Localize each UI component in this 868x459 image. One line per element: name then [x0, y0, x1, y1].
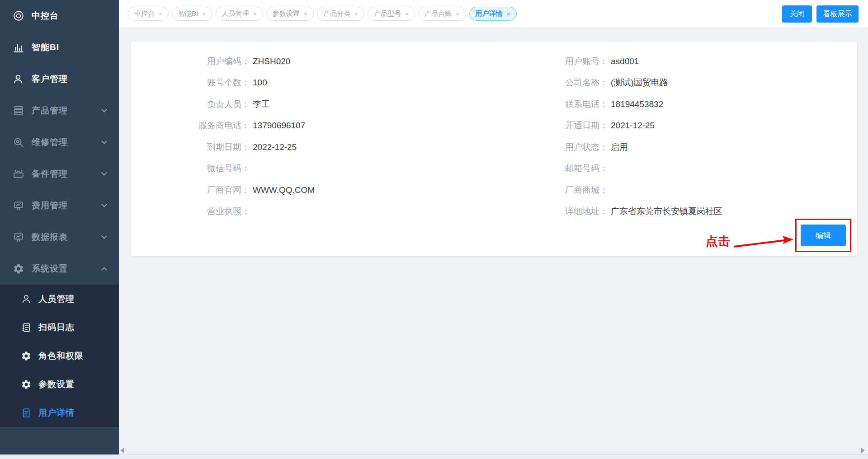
sidebar-item-label: 中控台 — [32, 10, 59, 22]
field-value: 广东省东莞市长安镇夏岗社区 — [611, 206, 722, 217]
product-stack-icon — [13, 105, 24, 117]
field-value: 启用 — [611, 141, 628, 153]
roles-gear-icon — [21, 351, 32, 361]
board-display-button[interactable]: 看板展示 — [816, 5, 859, 23]
person-icon — [21, 294, 32, 304]
field-label: 厂商官网： — [131, 184, 250, 196]
field-row-company-name: 公司名称： (测试)国贸电路 — [494, 72, 857, 94]
field-value: 13790696107 — [253, 121, 305, 131]
sidebar-subitem-scan-log[interactable]: 扫码日志 — [0, 313, 119, 342]
tab-personnel-management[interactable]: 人员管理 × — [216, 7, 263, 21]
close-icon[interactable]: × — [405, 10, 409, 18]
field-value: ZHSH020 — [253, 56, 290, 66]
close-icon[interactable]: × — [159, 10, 162, 18]
field-row-user-code: 用户编码： ZHSH020 — [131, 51, 494, 72]
tab-console[interactable]: 中控台 × — [128, 7, 169, 21]
scan-log-icon — [21, 322, 32, 333]
field-row-open-date: 开通日期： 2021-12-25 — [494, 115, 857, 137]
detail-left-column: 用户编码： ZHSH020 账号个数： 100 负责人员： 李工 服务商电话： … — [131, 51, 494, 222]
sidebar-item-smart-bi[interactable]: 智能BI — [0, 32, 119, 63]
chevron-down-icon — [101, 138, 107, 144]
field-label: 邮箱号码： — [494, 163, 608, 174]
detail-right-column: 用户账号： asd001 公司名称： (测试)国贸电路 联系电话： 181944… — [494, 51, 857, 222]
sidebar-item-label: 数据报表 — [32, 231, 68, 243]
field-row-user-account: 用户账号： asd001 — [494, 51, 857, 72]
sidebar-item-system-settings[interactable]: 系统设置 — [0, 253, 119, 285]
tab-product-category[interactable]: 产品分类 × — [317, 7, 364, 21]
sidebar-item-customer-management[interactable]: 客户管理 — [0, 63, 119, 95]
sidebar-item-spare-parts-management[interactable]: 备件管理 — [0, 158, 119, 190]
close-icon[interactable]: × — [202, 10, 206, 18]
sidebar-item-product-management[interactable]: 产品管理 — [0, 95, 119, 126]
chevron-down-icon — [101, 233, 107, 239]
field-label: 微信号码： — [131, 163, 250, 174]
close-icon[interactable]: × — [304, 10, 307, 18]
field-row-vendor-mall: 厂商商城： — [494, 179, 857, 201]
sidebar-item-console[interactable]: 中控台 — [0, 0, 119, 32]
sidebar-item-label: 智能BI — [32, 42, 59, 53]
field-value: 2022-12-25 — [253, 142, 297, 152]
tab-label: 产品台账 — [425, 9, 452, 18]
params-gear-icon — [21, 379, 32, 390]
sidebar-item-label: 角色和权限 — [38, 350, 84, 362]
field-label: 到期日期： — [131, 141, 250, 153]
red-arrow-annotation — [730, 231, 798, 252]
chevron-down-icon — [101, 201, 107, 207]
report-board-icon — [13, 231, 24, 243]
tab-product-ledger[interactable]: 产品台账 × — [418, 7, 466, 21]
sidebar-item-repair-management[interactable]: 维修管理 — [0, 126, 119, 158]
tab-label: 用户详情 — [476, 9, 503, 18]
sidebar-subitem-parameter-settings[interactable]: 参数设置 — [0, 370, 119, 398]
sidebar-item-label: 备件管理 — [32, 168, 68, 180]
edit-button[interactable]: 编辑 — [801, 225, 846, 246]
sidebar-item-label: 费用管理 — [32, 200, 68, 211]
close-icon[interactable]: × — [456, 10, 459, 18]
field-label: 用户编码： — [131, 56, 250, 67]
tab-parameter-settings[interactable]: 参数设置 × — [266, 7, 314, 21]
bottom-scrollbar-strip[interactable] — [0, 454, 868, 459]
sidebar-subitem-user-detail[interactable]: 用户详情 — [0, 398, 119, 427]
sidebar-subitem-roles-permissions[interactable]: 角色和权限 — [0, 342, 119, 370]
sidebar-item-label: 用户详情 — [38, 407, 75, 419]
field-label: 用户账号： — [494, 56, 608, 67]
field-value: (测试)国贸电路 — [611, 77, 668, 89]
repair-icon — [13, 136, 24, 148]
tab-user-detail[interactable]: 用户详情 × — [469, 7, 517, 21]
tab-label: 人员管理 — [222, 9, 249, 18]
field-value: 李工 — [253, 98, 270, 110]
tab-smart-bi[interactable]: 智能BI × — [172, 7, 212, 21]
field-row-responsible-person: 负责人员： 李工 — [131, 94, 494, 115]
field-label: 服务商电话： — [131, 120, 250, 131]
click-annotation-label: 点击 — [706, 233, 730, 249]
field-row-account-count: 账号个数： 100 — [131, 72, 494, 94]
scroll-left-arrow-icon[interactable] — [120, 448, 124, 453]
field-label: 营业执照： — [131, 206, 250, 217]
sidebar: 中控台 智能BI 客户管理 产品管理 维修管理 备件管理 — [0, 0, 119, 459]
sidebar-item-data-reports[interactable]: 数据报表 — [0, 221, 119, 253]
system-settings-submenu: 人员管理 扫码日志 角色和权限 参数设置 用户详情 — [0, 285, 119, 427]
close-icon[interactable]: × — [253, 10, 257, 18]
sidebar-item-label: 客户管理 — [32, 73, 68, 85]
sidebar-subitem-personnel-management[interactable]: 人员管理 — [0, 285, 119, 313]
field-value: 2021-12-25 — [611, 121, 655, 131]
field-label: 账号个数： — [131, 77, 250, 89]
sidebar-item-label: 参数设置 — [38, 379, 75, 390]
chevron-down-icon — [101, 170, 107, 176]
field-value: 18194453832 — [611, 99, 663, 109]
tab-label: 智能BI — [178, 9, 198, 18]
tab-product-model[interactable]: 产品型号 × — [368, 7, 415, 21]
user-detail-card: 用户编码： ZHSH020 账号个数： 100 负责人员： 李工 服务商电话： … — [131, 42, 857, 256]
spare-parts-icon — [13, 168, 24, 180]
scroll-right-arrow-icon[interactable] — [861, 448, 865, 453]
close-icon[interactable]: × — [507, 10, 510, 18]
expense-board-icon — [13, 200, 24, 211]
field-label: 详细地址： — [494, 206, 608, 217]
user-detail-icon — [21, 407, 32, 418]
sidebar-item-label: 人员管理 — [38, 293, 75, 305]
close-icon[interactable]: × — [354, 10, 358, 18]
settings-gear-icon — [13, 263, 24, 275]
sidebar-item-expense-management[interactable]: 费用管理 — [0, 190, 119, 221]
close-button[interactable]: 关闭 — [782, 5, 812, 23]
field-label: 负责人员： — [131, 98, 250, 110]
sidebar-item-label: 扫码日志 — [38, 322, 75, 333]
